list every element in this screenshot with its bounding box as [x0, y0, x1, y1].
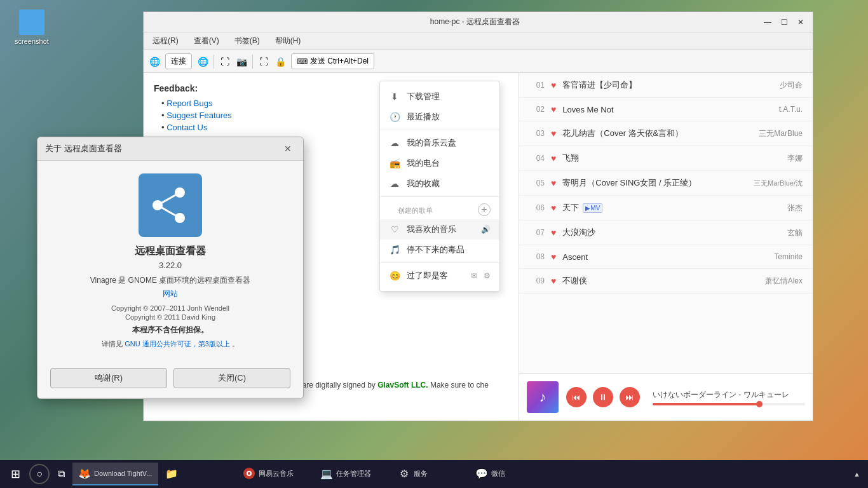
ok-button[interactable]: 鸣谢(R) [50, 368, 167, 388]
taskbar-item-explorer[interactable]: 📁 [159, 463, 236, 485]
fullscreen-icon[interactable]: ⛶ [219, 56, 231, 67]
menu-item-liked[interactable]: ♡ 我喜欢的音乐 🔊 [380, 219, 499, 240]
window-title: home-pc - 远程桌面查看器 [188, 17, 762, 27]
taskbar-item-services[interactable]: ⚙ 服务 [392, 463, 468, 485]
playing-icon: 🔊 [481, 225, 491, 234]
cortana-button[interactable]: ○ [29, 464, 50, 484]
taskbar-item-label: 微信 [491, 469, 505, 478]
taskbar-item-wechat[interactable]: 💬 微信 [470, 463, 546, 485]
menu-remote[interactable]: 远程(R) [149, 34, 182, 48]
table-row[interactable]: 01 ♥ 客官请进【少司命】 少司命 [519, 73, 813, 98]
app-icon [139, 173, 202, 237]
track-name: 飞翔 [562, 152, 752, 164]
table-row[interactable]: 02 ♥ Loves Me Not t.A.T.u. [519, 98, 813, 121]
menu-bar: 远程(R) 查看(V) 书签(B) 帮助(H) [144, 32, 813, 50]
menu-item-favorites[interactable]: ☁ 我的收藏 [380, 173, 499, 194]
menu-item-label: 我的音乐云盘 [407, 137, 491, 149]
menu-item-label: 我喜欢的音乐 [407, 224, 475, 235]
track-name: 天下 ▶MV [562, 202, 752, 214]
progress-bar[interactable] [653, 403, 805, 405]
heart-icon: ♥ [551, 128, 556, 139]
app-desc: Vinagre 是 GNOME 桌面环境的远程桌面查看器 [50, 275, 290, 286]
toolbar-divider2 [252, 55, 253, 69]
track-name: 寄明月（Cover SING女团 / 乐正绫） [562, 177, 752, 189]
taskbar-item-taskmgr[interactable]: 💻 任务管理器 [315, 463, 391, 485]
lock-icon[interactable]: 🔒 [275, 56, 286, 67]
app-name: 远程桌面查看器 [50, 245, 290, 258]
maximize-button[interactable]: ☐ [778, 17, 790, 28]
menu-item-addictive[interactable]: 🎵 停不下来的毒品 [380, 240, 499, 260]
mv-badge: ▶MV [583, 203, 602, 213]
menu-item-label: 我的收藏 [407, 178, 491, 189]
menu-item-radio[interactable]: 📻 我的电台 [380, 153, 499, 173]
menu-item-download-manager[interactable]: ⬇ 下载管理 [380, 86, 499, 107]
svg-point-7 [248, 472, 250, 475]
taskbar-item-music[interactable]: 网易云音乐 [237, 463, 313, 485]
table-row[interactable]: 09 ♥ 不谢侠 萧忆情Alex [519, 269, 813, 294]
table-row[interactable]: 05 ♥ 寄明月（Cover SING女团 / 乐正绫） 三无MarBlue/沈 [519, 171, 813, 196]
services-icon: ⚙ [398, 468, 410, 479]
menu-item-recent[interactable]: 🕐 最近播放 [380, 107, 499, 127]
taskbar-item-browser[interactable]: 🦊 Download TightV... [72, 463, 158, 485]
desktop-icon-label: screenshot [15, 37, 49, 45]
menu-item-label: 停不下来的毒品 [407, 244, 491, 255]
taskbar-item-label: 网易云音乐 [259, 469, 294, 478]
track-name: 不谢侠 [562, 275, 752, 287]
table-row[interactable]: 07 ♥ 大浪淘沙 玄觞 [519, 220, 813, 245]
dialog-title: 关于 远程桌面查看器 [45, 143, 122, 154]
track-name: 花儿纳吉（Cover 洛天依&言和） [562, 128, 752, 139]
gnu-link[interactable]: GNU 通用公共许可证，第3版以上 [125, 340, 230, 348]
folder-icon [19, 10, 44, 35]
heart-icon: ♥ [551, 203, 556, 213]
cloud-icon: ☁ [389, 138, 400, 148]
prev-button[interactable]: ⏮ [566, 387, 587, 407]
menu-view[interactable]: 查看(V) [190, 34, 223, 48]
desktop-icon[interactable]: screenshot [10, 10, 54, 45]
table-row[interactable]: 08 ♥ Ascent Teminite [519, 245, 813, 269]
player-controls: ⏮ ⏸ ⏭ [566, 387, 640, 407]
next-button[interactable]: ⏭ [620, 387, 640, 407]
settings-icon: ⚙ [484, 271, 491, 280]
taskbar-item-label: 服务 [414, 469, 428, 478]
heart-icon: ♥ [551, 80, 556, 90]
app-warning: 本程序不含任何担保。 [50, 325, 290, 336]
playlist-section-label: 创建的歌单 [389, 202, 442, 217]
menu-item-cloud[interactable]: ☁ 我的音乐云盘 [380, 133, 499, 153]
menu-bookmarks[interactable]: 书签(B) [231, 34, 264, 48]
add-playlist-button[interactable]: + [478, 203, 491, 216]
track-num: 08 [529, 252, 545, 261]
track-artist: 少司命 [752, 80, 803, 91]
dialog-close-button[interactable]: ✕ [280, 142, 295, 155]
menu-section-playlists: 创建的歌单 + ♡ 我喜欢的音乐 🔊 🎵 停不下来的毒品 [380, 197, 499, 263]
close-dialog-button[interactable]: 关闭(C) [173, 368, 290, 388]
menu-section-user: 😊 过了即是客 ✉ ⚙ [380, 263, 499, 288]
task-view-button[interactable]: ⧉ [51, 464, 71, 484]
table-row[interactable]: 04 ♥ 飞翔 李娜 [519, 146, 813, 171]
globe-icon: 🌐 [149, 56, 160, 67]
table-row[interactable]: 06 ♥ 天下 ▶MV 张杰 [519, 196, 813, 220]
screenshot-icon[interactable]: 📷 [236, 56, 247, 67]
connect-button[interactable]: 连接 [165, 53, 192, 69]
menu-section-cloud: ☁ 我的音乐云盘 📻 我的电台 ☁ 我的收藏 [380, 130, 499, 197]
taskbar-item-label: Download TightV... [94, 470, 152, 477]
wechat-icon: 💬 [476, 468, 487, 479]
globe2-icon: 🌐 [197, 56, 208, 67]
fullscreen2-icon[interactable]: ⛶ [258, 56, 269, 67]
taskbar-item-label: 任务管理器 [336, 469, 371, 478]
recent-icon: 🕐 [389, 112, 400, 122]
start-button[interactable]: ⊞ [3, 463, 28, 485]
send-ctrl-button[interactable]: ⌨ 发送 Ctrl+Alt+Del [291, 53, 374, 69]
download-icon: ⬇ [389, 92, 400, 102]
track-num: 09 [529, 276, 545, 285]
menu-help[interactable]: 帮助(H) [271, 34, 305, 48]
player-title: いけないボーダーライン - ワルキューレ [653, 390, 805, 400]
album-art: ♪ [527, 381, 559, 413]
menu-item-user[interactable]: 😊 过了即是客 ✉ ⚙ [380, 266, 499, 286]
firefox-icon: 🦊 [79, 468, 90, 479]
app-website-link[interactable]: 网站 [50, 288, 290, 299]
table-row[interactable]: 03 ♥ 花儿纳吉（Cover 洛天依&言和） 三无MarBlue [519, 121, 813, 146]
minimize-button[interactable]: — [762, 17, 773, 28]
close-button[interactable]: ✕ [795, 17, 806, 28]
player-info: いけないボーダーライン - ワルキューレ [653, 390, 805, 405]
pause-button[interactable]: ⏸ [593, 387, 613, 407]
